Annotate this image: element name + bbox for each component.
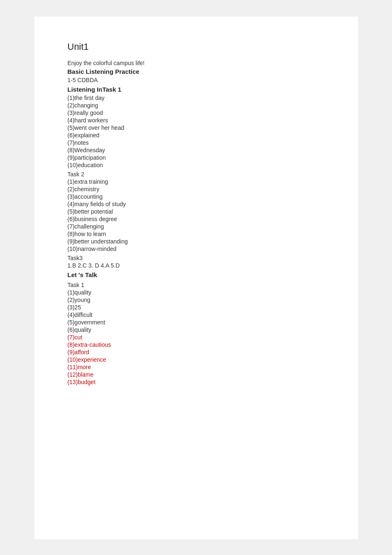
answer-task2-10: (10)narrow-minded bbox=[68, 246, 325, 252]
answer-task3-1: 1.B 2.C 3. D 4.A 5.D bbox=[68, 262, 325, 269]
section-basic-listening: Basic Listening Practice 1-5 CDBDA bbox=[68, 68, 325, 83]
answer-letstalk-6: (6)quality bbox=[68, 326, 325, 333]
answer-letstalk-12: (12)blame bbox=[68, 371, 325, 378]
answer-letstalk-7: (7)cut bbox=[68, 334, 325, 341]
section-listening-intask-1: Listening InTask 1 (1)the first day (2)c… bbox=[68, 86, 325, 168]
answer-intask1-8: (8)Wednesday bbox=[68, 147, 325, 153]
answer-intask1-4: (4)hard workers bbox=[68, 117, 325, 124]
answer-intask1-7: (7)notes bbox=[68, 139, 325, 146]
section-title-basic-listening: Basic Listening Practice bbox=[68, 68, 325, 75]
section-title-lets-talk: Let 's Talk bbox=[68, 271, 325, 278]
answer-letstalk-3: (3)25 bbox=[68, 304, 325, 311]
answer-task2-4: (4)many fields of study bbox=[68, 201, 325, 207]
answer-task2-9: (9)better understanding bbox=[68, 238, 325, 245]
section-title-task2: Task 2 bbox=[68, 171, 325, 178]
answer-letstalk-2: (2)young bbox=[68, 297, 325, 303]
section-task3: Task3 1.B 2.C 3. D 4.A 5.D bbox=[68, 255, 325, 269]
section-task-2: Task 2 (1)extra training (2)chemistry (3… bbox=[68, 171, 325, 252]
answer-letstalk-10: (10)experience bbox=[68, 356, 325, 363]
answer-letstalk-13: (13)budget bbox=[68, 379, 325, 385]
section-title-task3: Task3 bbox=[68, 255, 325, 261]
answer-intask1-10: (10)education bbox=[68, 162, 325, 168]
answer-letstalk-11: (11)more bbox=[68, 364, 325, 370]
subtitle: Enjoy the colorful campus life! bbox=[68, 60, 325, 66]
section-title-listening-intask-1: Listening InTask 1 bbox=[68, 86, 325, 93]
section-lets-talk: Let 's Talk Task 1 (1)quality (2)young (… bbox=[68, 271, 325, 385]
section-title-lets-talk-task1: Task 1 bbox=[68, 282, 325, 288]
answer-intask1-1: (1)the first day bbox=[68, 95, 325, 101]
unit-title: Unit1 bbox=[68, 41, 325, 52]
answer-basic-listening-1: 1-5 CDBDA bbox=[68, 77, 325, 83]
answer-task2-8: (8)how to learn bbox=[68, 231, 325, 237]
answer-intask1-9: (9)participation bbox=[68, 154, 325, 161]
answer-intask1-6: (6)explained bbox=[68, 132, 325, 139]
answer-letstalk-8: (8)extra-cautious bbox=[68, 341, 325, 348]
answer-task2-5: (5)better potential bbox=[68, 208, 325, 215]
answer-intask1-5: (5)went over her head bbox=[68, 124, 325, 131]
answer-letstalk-4: (4)difficult bbox=[68, 312, 325, 318]
answer-intask1-3: (3)really good bbox=[68, 110, 325, 116]
answer-letstalk-1: (1)quality bbox=[68, 289, 325, 296]
answer-task2-1: (1)extra training bbox=[68, 178, 325, 185]
answer-intask1-2: (2)changing bbox=[68, 102, 325, 109]
answer-task2-2: (2)chemistry bbox=[68, 186, 325, 192]
answer-task2-3: (3)accounting bbox=[68, 193, 325, 200]
answer-task2-7: (7)challenging bbox=[68, 223, 325, 230]
answer-task2-6: (6)business degree bbox=[68, 216, 325, 222]
answer-letstalk-9: (9)afford bbox=[68, 349, 325, 355]
answer-letstalk-5: (5)government bbox=[68, 319, 325, 326]
page-container: Unit1 Enjoy the colorful campus life! Ba… bbox=[34, 17, 358, 539]
